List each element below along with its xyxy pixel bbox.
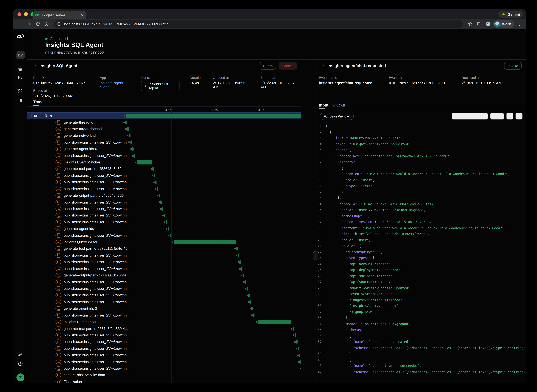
copy-button[interactable]: Copy [490,113,504,120]
span-bar[interactable] [155,181,157,184]
trace-row[interactable]: publish:user:insights:user_2VH6zowmh... [28,186,301,192]
trace-row[interactable]: publish:user:insights:user_2VH6zowmh... [28,179,301,186]
span-bar[interactable] [251,307,253,311]
trace-row[interactable]: generate-tool-part-id-887aa111-5d4e-45..… [28,245,301,252]
extensions-icon[interactable] [475,20,483,28]
event-title[interactable]: insights-agent/chat.requested [327,63,501,68]
trace-row[interactable]: Insights Event Matcher [28,159,301,166]
span-bar[interactable] [241,267,242,271]
trace-row[interactable]: publish:user:insights:user_2VH6zowmh... [28,299,301,305]
sidebar-item-apps[interactable] [13,89,27,94]
trace-row[interactable]: publish:user:insights:user_2VH6zowmh... [28,219,301,225]
gemini-button[interactable]: Gemini [499,11,523,18]
browser-tab[interactable]: Inngest Server ✕ [32,11,86,19]
home-icon[interactable] [43,20,50,28]
trace-row[interactable]: generate-tool-part-id-c458648f-8d60-... [28,166,301,172]
window-controls[interactable] [18,12,34,16]
trace-row[interactable]: generate-text-part-id-9357e5f0-a530-4... [28,325,301,332]
span-bar[interactable] [134,154,135,158]
span-bar[interactable] [132,147,134,151]
cancel-button[interactable]: Cancel [279,62,297,70]
trace-row[interactable]: generate-agent-ids-1 [28,225,301,232]
environment-badge[interactable]: DV [16,51,24,59]
trace-row[interactable]: publish:user:insights:user_2VH6zowmh... [28,139,301,146]
span-bar[interactable] [159,194,160,197]
trace-row[interactable]: publish:user:insights:user_2VH6zowmh... [28,266,301,272]
info-icon[interactable] [57,22,61,26]
word-wrap-icon[interactable] [506,113,513,120]
span-bar[interactable] [248,294,250,297]
bookmark-star-icon[interactable] [466,20,474,28]
trace-row[interactable]: publish:user:insights:user_2VH6zowmh... [28,339,301,345]
tab-output[interactable]: Output [333,103,345,107]
span-bar[interactable] [243,274,244,277]
payload-code-editor[interactable]: 1[2 {3 "id": "01KHRMPVZP0V977KAT2GP3ST7J… [315,123,525,383]
trace-row[interactable]: publish:user:insights:user_2VH6zowmh... [28,292,301,299]
trace-row[interactable]: generate-thread-id [28,119,301,126]
trace-row[interactable]: publish:user:insights:user_2VH6zowmh... [28,259,301,265]
span-bar[interactable] [299,354,300,357]
tab-search-icon[interactable] [484,20,492,28]
span-bar[interactable] [240,260,241,264]
trace-row[interactable]: publish:user:insights:user_2VH6zowmh... [28,212,301,219]
trace-row[interactable]: generate-agent-ids-0 [28,146,301,152]
new-tab-icon[interactable]: + [89,12,92,18]
trace-row[interactable]: Insights Summarizer [28,319,301,325]
trace-row[interactable]: publish:user:insights:user_2VH6zowmh... [28,345,301,352]
span-bar[interactable] [245,280,246,284]
expand-icon[interactable] [515,113,523,120]
code-button[interactable] [16,373,24,381]
span-bar[interactable] [160,201,162,204]
span-bar[interactable] [296,340,297,344]
trace-row[interactable]: publish:user:insights:user_2VH6zowmh... [28,352,301,359]
invoke-button[interactable]: Invoke [504,62,522,70]
trace-row[interactable]: publish:user:insights:user_2VH6zowmh... [28,232,301,239]
share-icon[interactable] [13,353,27,358]
trace-row[interactable]: publish:user:insights:user_2VH6zowmh... [28,279,301,285]
trace-row[interactable]: publish:user:insights:user_2VH6zowmh... [28,252,301,259]
span-bar[interactable] [168,227,169,231]
span-bar[interactable] [253,313,254,317]
url-text[interactable]: localhost:8288/run?runID=01KHRMPW77GVMAJ… [64,22,168,26]
span-bar[interactable] [157,187,158,191]
trace-row[interactable]: publish:user:insights:user_2VH6zowmh... [28,172,301,179]
span-bar[interactable] [247,287,248,290]
span-bar[interactable] [153,167,154,171]
span-bar[interactable] [297,347,299,350]
trace-row[interactable]: publish:user:insights:user_2VH6zowmh... [28,205,301,212]
span-bar[interactable] [236,247,237,251]
span-bar[interactable] [258,320,291,324]
url-bar[interactable]: localhost:8288/run?runID=01KHRMPW77GVMAJ… [54,20,463,28]
span-bar[interactable] [129,134,131,138]
sidebar-item-events[interactable] [13,75,27,80]
trace-row[interactable]: generate-agent-ids-2 [28,305,301,312]
panel-resize-handle[interactable] [313,251,317,260]
tab-trace[interactable]: Trace [33,100,43,104]
help-icon[interactable] [13,361,27,366]
tab-input[interactable]: Input [319,103,329,107]
trace-row[interactable]: publish:user:insights:user_2VH6zowmh... [28,312,301,319]
app-link[interactable]: insights-agent-client [100,81,131,89]
span-bar[interactable] [130,140,132,144]
trace-row[interactable]: capture-observability-data [28,372,301,378]
span-bar[interactable] [166,220,167,224]
minimize-window-icon[interactable] [24,12,28,16]
trace-row[interactable]: generate-output-part-id-c458648f-8d6... [28,192,301,199]
span-bar[interactable] [164,214,166,217]
trace-row[interactable]: publish:user:insights:user_2VH6zowmh... [28,199,301,205]
chevron-down-icon[interactable] [33,64,37,67]
root-span-bar[interactable] [126,114,301,118]
span-bar[interactable] [162,207,163,211]
trace-row[interactable]: Finalization [28,378,301,383]
payload-type-pill[interactable]: Function Payload [320,112,354,120]
span-bar[interactable] [295,334,296,337]
trace-row[interactable]: publish:user:insights:user_2VH6zowmh... [28,285,301,292]
trace-row[interactable]: generate-target-channel [28,126,301,132]
span-count-chip[interactable]: 40 ⌄ [32,113,42,118]
send-to-dev-server-button[interactable]: Send to Dev Server [452,113,488,120]
function-pill[interactable]: Insights SQL Agent [141,81,179,91]
span-bar[interactable] [154,174,155,177]
span-bar[interactable] [293,327,294,330]
reload-icon[interactable] [34,20,42,28]
sidebar-item-dev-server[interactable] [13,98,27,103]
